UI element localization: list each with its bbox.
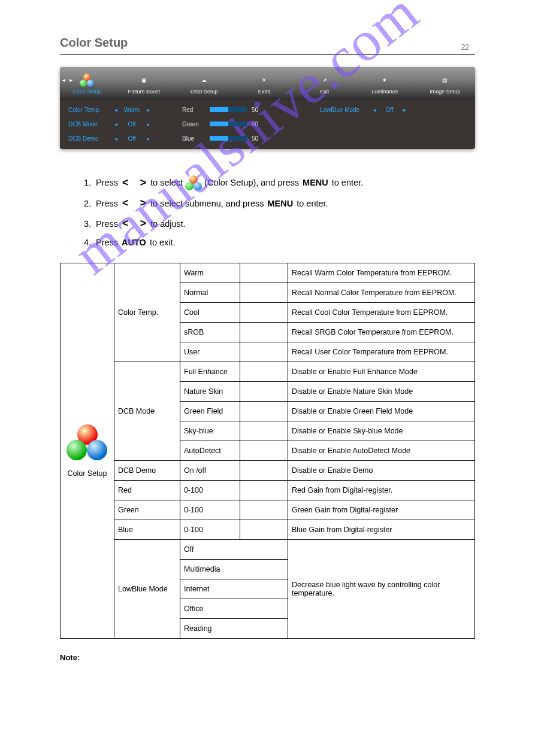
cell-desc: Disable or Enable Full Enhance Mode — [288, 362, 475, 382]
tab-label: Exit — [320, 89, 329, 95]
table-row: Red0-100Red Gain from Digital-register. — [61, 481, 475, 500]
tab-picture-boost[interactable]: ▣ Picture Boost — [114, 67, 174, 100]
arrow-left-icon[interactable]: ◂ — [111, 121, 120, 127]
menu-button-label: MENU — [303, 175, 328, 192]
table-row: DCB Mode Full Enhance Disable or Enable … — [61, 362, 475, 382]
table-row: DCB DemoOn /offDisable or Enable Demo — [61, 461, 475, 481]
tab-label: OSD Setup — [191, 89, 218, 95]
cell-value: Nature Skin — [180, 382, 240, 402]
text: to adjust. — [150, 216, 186, 233]
text: to select submenu, and press — [150, 196, 264, 212]
table-row: LowBlue Mode Off Decrease blue light wav… — [61, 540, 475, 560]
setting-value: Off — [120, 121, 144, 127]
cell-value: Full Enhance — [180, 362, 240, 382]
cell-desc: Blue Gain from Digital-register — [288, 520, 475, 540]
cell-desc: Disable or Enable Green Field Mode — [288, 402, 475, 421]
cell-value: Internet — [180, 579, 288, 599]
auto-button-label: AUTO — [122, 235, 146, 251]
tab-extra[interactable]: ✕ Extra — [234, 67, 295, 100]
subgroup-label: Color Temp. — [114, 263, 180, 362]
step-1: 1. Press < > to select (Color Setup), an… — [84, 173, 475, 193]
cell-value: Normal — [180, 283, 240, 303]
cell-desc: Recall User Color Temperature from EEPRO… — [288, 342, 475, 362]
step-4: 4. Press AUTO to exit. — [84, 235, 475, 251]
setting-dcb-mode[interactable]: DCB Mode ◂ Off ▸ — [68, 119, 182, 129]
cell-desc: Disable or Enable Sky-blue Mode — [288, 421, 475, 441]
arrow-right-icon[interactable]: ▸ — [400, 107, 409, 113]
text: (Color Setup), and press — [204, 175, 299, 192]
cell-desc: Disable or Enable Nature Skin Mode — [288, 382, 475, 402]
text: to enter. — [332, 175, 363, 192]
setting-label: Color Temp. — [68, 107, 111, 113]
note-label: Note: — [60, 653, 80, 662]
text: to enter. — [297, 196, 328, 212]
cell-desc: Red Gain from Digital-register. — [288, 481, 475, 500]
cell-value: On /off — [180, 461, 240, 481]
cell-value: Sky-blue — [180, 421, 240, 441]
tab-exit[interactable]: ↗ Exit — [295, 67, 355, 100]
setting-value: Off — [379, 107, 400, 113]
table-row: Blue0-100Blue Gain from Digital-register — [61, 520, 475, 540]
cell-desc: Green Gain from Digital-register — [288, 500, 475, 520]
picture-boost-icon: ▣ — [137, 73, 151, 87]
slider-track[interactable] — [210, 122, 247, 126]
slider-label: Green — [182, 121, 210, 127]
setting-color-temp[interactable]: Color Temp. ◂ Warm ▸ — [68, 105, 182, 114]
tab-label: Extra — [258, 89, 271, 95]
slider-green[interactable]: Green 50 — [182, 119, 320, 129]
cell-desc: Recall Warm Color Temperature from EEPRO… — [288, 263, 475, 283]
cell-value: Office — [180, 599, 288, 619]
menu-button-label: MENU — [268, 196, 294, 212]
text: to select — [150, 175, 183, 192]
cell-value: 0-100 — [180, 500, 240, 520]
slider-value: 50 — [252, 135, 264, 142]
arrow-right-icon[interactable]: ▸ — [144, 121, 152, 127]
osd-body: Color Temp. ◂ Warm ▸ DCB Mode ◂ Off ▸ DC… — [60, 100, 475, 149]
setting-lowblue[interactable]: LowBlue Mode ◂ Off ▸ — [320, 105, 467, 114]
tab-label: Color Setup — [72, 89, 101, 95]
group-label: Color Setup — [67, 469, 107, 478]
arrow-right-icon[interactable]: ▸ — [144, 107, 152, 113]
table-row: Color Setup Color Temp. Warm Recall Warm… — [61, 263, 475, 283]
luminance-icon: ✷ — [377, 73, 392, 87]
setting-dcb-demo[interactable]: DCB Demo ◂ Off ▸ — [68, 133, 182, 143]
arrow-pair-icon: < > — [122, 214, 147, 234]
text: to exit. — [150, 235, 176, 251]
cell-name: Red — [114, 481, 180, 500]
slider-track[interactable] — [210, 136, 247, 141]
slider-label: Red — [182, 107, 210, 113]
settings-table: Color Setup Color Temp. Warm Recall Warm… — [60, 263, 475, 639]
osd-setup-icon: ☁ — [197, 73, 211, 87]
cell-value: Green Field — [180, 402, 240, 421]
slider-track[interactable] — [210, 107, 247, 112]
osd-tab-bar: ◂ ▸ Color Setup ▣ Picture Boost ☁ OSD Se… — [60, 67, 475, 100]
step-2: 2. Press < > to select submenu, and pres… — [84, 193, 475, 214]
section-title: Color Setup — [60, 36, 128, 49]
cell-value: Multimedia — [180, 560, 288, 579]
arrow-left-icon[interactable]: ◂ — [111, 107, 120, 113]
arrow-left-icon[interactable]: ◂ — [370, 107, 379, 113]
cell-value: AutoDetect — [180, 441, 240, 461]
arrow-left-icon[interactable]: ◂ — [111, 135, 120, 142]
setting-label: DCB Mode — [68, 121, 111, 127]
arrow-right-icon[interactable]: ▸ — [144, 135, 152, 142]
color-setup-icon — [185, 177, 202, 190]
setting-value: Warm — [120, 107, 144, 113]
subgroup-label: LowBlue Mode — [114, 540, 180, 639]
tab-color-setup[interactable]: ◂ ▸ Color Setup — [60, 67, 114, 100]
slider-blue[interactable]: Blue 50 — [182, 133, 320, 143]
slider-red[interactable]: Red 50 — [182, 105, 320, 114]
osd-panel: ◂ ▸ Color Setup ▣ Picture Boost ☁ OSD Se… — [60, 67, 475, 149]
tab-osd-setup[interactable]: ☁ OSD Setup — [174, 67, 235, 100]
step-3: 3. Press < > to adjust. — [84, 214, 475, 234]
cell-value: Reading — [180, 619, 288, 639]
arrow-pair-icon: < > — [122, 173, 147, 193]
text: Press — [96, 196, 118, 212]
cell-value: 0-100 — [180, 520, 240, 540]
tab-label: Luminance — [371, 89, 398, 95]
cell-value: 0-100 — [180, 481, 240, 500]
cell-desc: Recall Cool Color Temperature from EEPRO… — [288, 303, 475, 323]
color-setup-icon — [67, 424, 108, 459]
tab-luminance[interactable]: ✷ Luminance — [355, 67, 415, 100]
tab-image-setup[interactable]: ▤ Image Setup — [415, 67, 476, 100]
